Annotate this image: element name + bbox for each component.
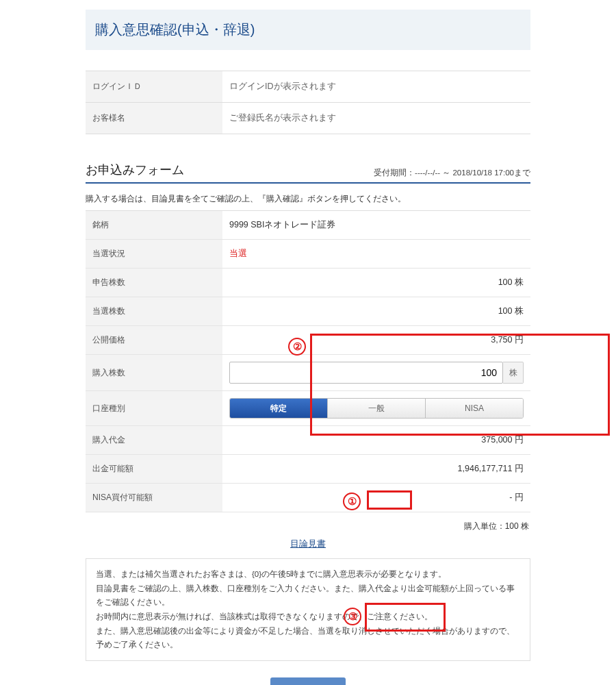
offer-price-value: 3,750 円 (222, 326, 530, 354)
account-tab-nisa[interactable]: NISA (425, 399, 523, 418)
status-label: 当選状況 (86, 240, 222, 268)
withdrawable-label: 出金可能額 (86, 455, 222, 483)
issue-value: 9999 SBIネオトレード証券 (222, 211, 530, 239)
login-id-value: ログインIDが表示されます (222, 71, 530, 102)
customer-name-label: お客様名 (86, 103, 222, 134)
purchase-qty-label: 購入株数 (86, 355, 222, 390)
nisa-available-value: - 円 (222, 484, 530, 512)
purchase-confirm-button[interactable]: 購入確認 (270, 677, 346, 685)
page-title: 購入意思確認(申込・辞退) (86, 10, 530, 50)
customer-name-row: お客様名 ご登録氏名が表示されます (86, 102, 530, 134)
nisa-available-label: NISA買付可能額 (86, 484, 222, 512)
account-type-tabs: 特定 一般 NISA (229, 398, 524, 419)
purchase-unit-note: 購入単位：100 株 (87, 521, 529, 532)
allotted-shares-value: 100 株 (222, 297, 530, 325)
purchase-qty-unit: 株 (503, 362, 524, 384)
declared-shares-value: 100 株 (222, 269, 530, 297)
customer-name-value: ご登録氏名が表示されます (222, 103, 530, 134)
form-section-header: お申込みフォーム 受付期間：----/--/-- ～ 2018/10/18 17… (86, 162, 530, 184)
login-id-row: ログインＩＤ ログインIDが表示されます (86, 71, 530, 102)
form-instruction: 購入する場合は、目論見書を全てご確認の上、『購入確認』ボタンを押してください。 (86, 193, 530, 205)
annotation-badge-2: ② (288, 338, 306, 356)
status-value: 当選 (229, 248, 247, 260)
notice-text: 当選、または補欠当選されたお客さまは、{0}の午後5時までに購入意思表示が必要と… (86, 558, 530, 661)
form-section-title: お申込みフォーム (86, 162, 184, 178)
user-info-table: ログインＩＤ ログインIDが表示されます お客様名 ご登録氏名が表示されます (86, 71, 530, 134)
account-type-label: 口座種別 (86, 391, 222, 425)
issue-label: 銘柄 (86, 211, 222, 239)
purchase-amount-value: 375,000 円 (222, 426, 530, 454)
withdrawable-value: 1,946,177,711 円 (222, 455, 530, 483)
login-id-label: ログインＩＤ (86, 71, 222, 102)
application-form: 銘柄 9999 SBIネオトレード証券 当選状況 当選 申告株数 100 株 当… (86, 210, 530, 512)
purchase-amount-label: 購入代金 (86, 426, 222, 454)
prospectus-link[interactable]: 目論見書 (287, 536, 329, 551)
purchase-qty-input[interactable] (229, 362, 503, 384)
declared-shares-label: 申告株数 (86, 269, 222, 297)
account-tab-tokutei[interactable]: 特定 (230, 399, 327, 418)
offer-price-label: 公開価格 (86, 326, 222, 354)
annotation-badge-3: ③ (344, 608, 361, 625)
allotted-shares-label: 当選株数 (86, 297, 222, 325)
account-tab-ippan[interactable]: 一般 (327, 399, 425, 418)
application-period: 受付期間：----/--/-- ～ 2018/10/18 17:00まで (374, 168, 530, 178)
annotation-badge-1: ① (343, 493, 361, 510)
